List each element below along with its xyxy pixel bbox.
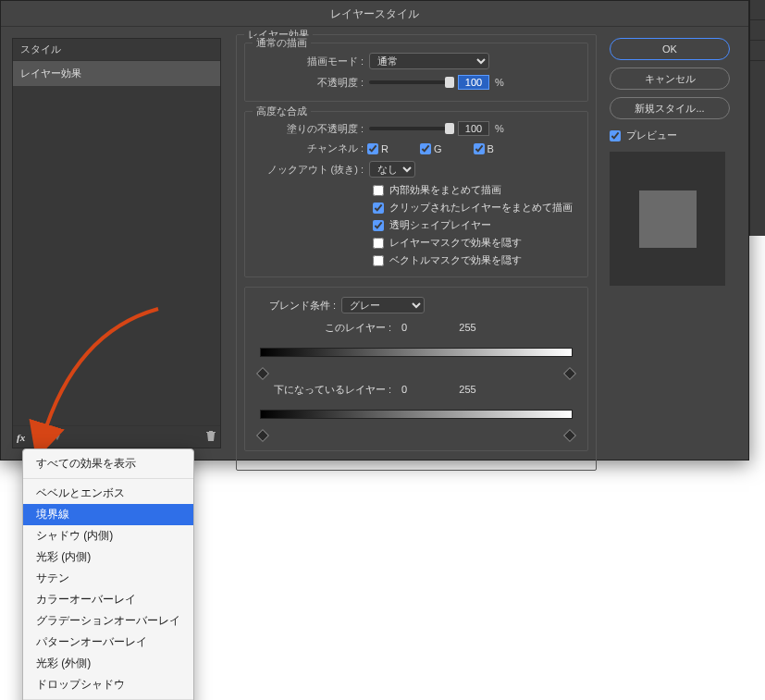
channel-g-checkbox[interactable] — [420, 143, 431, 154]
blend-if-select[interactable]: グレー — [341, 297, 425, 313]
channel-row: チャンネル : R G B — [253, 141, 580, 155]
opacity-row: 不透明度 : % — [253, 75, 580, 90]
channel-g-label: G — [434, 143, 442, 154]
cb-clipped-layers-label: クリップされたレイヤーをまとめて描画 — [389, 201, 573, 215]
popup-item-gradient-overlay[interactable]: グラデーションオーバーレイ — [23, 610, 193, 632]
advanced-blend-group: 高度な合成 塗りの不透明度 : % チャンネル : R G B ノック — [244, 111, 588, 277]
blend-mode-select[interactable]: 通常 — [369, 53, 489, 69]
cb-clipped-layers[interactable] — [373, 203, 384, 214]
knockout-row: ノックアウト (抜き) : なし — [253, 161, 580, 178]
popup-item-show-all[interactable]: すべての効果を表示 — [23, 453, 193, 474]
center-panel: レイヤー効果 通常の描画 描画モード : 通常 不透明度 : % — [232, 27, 600, 460]
dialog-title: レイヤースタイル — [1, 1, 748, 27]
this-layer-section: このレイヤー : 0 255 — [253, 321, 580, 375]
dialog-body: スタイル レイヤー効果 fx ▲ ▼ — [1, 27, 748, 460]
under-layer-slider[interactable] — [260, 410, 573, 437]
normal-blend-group: 通常の描画 描画モード : 通常 不透明度 : % — [244, 43, 588, 102]
right-edge-strip — [749, 0, 765, 236]
fill-opacity-slider[interactable] — [369, 127, 452, 130]
under-layer-high: 255 — [459, 384, 475, 395]
styles-header: スタイル — [13, 39, 220, 61]
fill-opacity-input[interactable] — [458, 121, 489, 136]
opacity-label: 不透明度 : — [253, 76, 364, 90]
popup-item-satin[interactable]: サテン — [23, 568, 193, 589]
opacity-unit: % — [495, 77, 504, 88]
cb-transparency-shapes-label: 透明シェイプレイヤー — [389, 218, 491, 232]
under-layer-low: 0 — [401, 384, 407, 395]
channel-label: チャンネル : — [253, 141, 364, 155]
fill-opacity-label: 塗りの不透明度 : — [253, 122, 364, 136]
popup-item-pattern-overlay[interactable]: パターンオーバーレイ — [23, 632, 193, 653]
under-layer-section: 下になっているレイヤー : 0 255 — [253, 383, 580, 437]
knockout-select[interactable]: なし — [369, 161, 415, 178]
popup-item-outer-glow[interactable]: 光彩 (外側) — [23, 653, 193, 674]
knockout-label: ノックアウト (抜き) : — [253, 163, 364, 177]
preview-label: プレビュー — [626, 129, 677, 142]
this-layer-low: 0 — [401, 322, 407, 333]
styles-footer: fx ▲ ▼ — [13, 425, 220, 448]
ok-button[interactable]: OK — [610, 38, 730, 60]
cb-interior-effects[interactable] — [373, 185, 384, 196]
blend-if-group: ブレンド条件 : グレー このレイヤー : 0 255 — [244, 287, 588, 451]
new-style-button[interactable]: 新規スタイル... — [610, 97, 730, 119]
fill-opacity-row: 塗りの不透明度 : % — [253, 121, 580, 136]
blend-mode-row: 描画モード : 通常 — [253, 53, 580, 69]
cancel-button[interactable]: キャンセル — [610, 68, 730, 90]
blend-if-label: ブレンド条件 : — [253, 299, 336, 313]
preview-box — [610, 152, 725, 286]
popup-item-bevel[interactable]: ベベルとエンボス — [23, 483, 193, 504]
channel-b-checkbox[interactable] — [474, 143, 485, 154]
popup-item-inner-shadow[interactable]: シャドウ (内側) — [23, 525, 193, 546]
left-panel: スタイル レイヤー効果 fx ▲ ▼ — [1, 27, 232, 460]
advanced-blend-legend: 高度な合成 — [253, 104, 311, 118]
fx-icon[interactable]: fx — [17, 432, 25, 443]
preview-checkbox[interactable] — [610, 130, 621, 141]
cb-layer-mask-hides-label: レイヤーマスクで効果を隠す — [389, 236, 522, 250]
opacity-input[interactable] — [458, 75, 489, 90]
blend-mode-label: 描画モード : — [253, 55, 364, 68]
styles-list-item-layer-effects[interactable]: レイヤー効果 — [13, 61, 220, 86]
popup-item-color-overlay[interactable]: カラーオーバーレイ — [23, 589, 193, 610]
cb-transparency-shapes[interactable] — [373, 220, 384, 231]
under-layer-label: 下になっているレイヤー : — [253, 383, 391, 397]
preview-row: プレビュー — [610, 129, 739, 142]
cb-vector-mask-hides-label: ベクトルマスクで効果を隠す — [389, 253, 522, 267]
fill-opacity-unit: % — [495, 123, 504, 134]
fx-popup-menu: すべての効果を表示 ベベルとエンボス 境界線 シャドウ (内側) 光彩 (内側)… — [22, 448, 194, 700]
layer-effects-group: レイヤー効果 通常の描画 描画モード : 通常 不透明度 : % — [236, 34, 597, 471]
move-up-icon[interactable]: ▲ — [34, 432, 43, 442]
preview-swatch — [639, 190, 697, 248]
opacity-slider[interactable] — [369, 80, 452, 84]
popup-separator — [23, 478, 193, 479]
blend-if-row: ブレンド条件 : グレー — [253, 297, 580, 313]
trash-icon[interactable] — [205, 430, 216, 444]
channel-r-checkbox[interactable] — [367, 143, 378, 154]
cb-interior-effects-label: 内部効果をまとめて描画 — [389, 183, 501, 197]
styles-box: スタイル レイヤー効果 fx ▲ ▼ — [12, 38, 221, 448]
this-layer-slider[interactable] — [260, 348, 573, 375]
cb-vector-mask-hides[interactable] — [373, 255, 384, 266]
channel-b-label: B — [487, 143, 494, 154]
normal-blend-legend: 通常の描画 — [253, 36, 311, 50]
this-layer-high: 255 — [459, 322, 475, 333]
popup-item-inner-glow[interactable]: 光彩 (内側) — [23, 546, 193, 568]
popup-item-drop-shadow[interactable]: ドロップシャドウ — [23, 674, 193, 695]
styles-list: レイヤー効果 — [13, 61, 220, 425]
channel-r-label: R — [381, 143, 389, 154]
popup-item-stroke[interactable]: 境界線 — [23, 504, 193, 525]
right-panel: OK キャンセル 新規スタイル... プレビュー — [600, 27, 748, 460]
layer-style-dialog: レイヤースタイル スタイル レイヤー効果 fx ▲ ▼ — [0, 0, 749, 461]
move-down-icon[interactable]: ▼ — [53, 432, 62, 442]
cb-layer-mask-hides[interactable] — [373, 238, 384, 249]
this-layer-label: このレイヤー : — [253, 321, 391, 335]
